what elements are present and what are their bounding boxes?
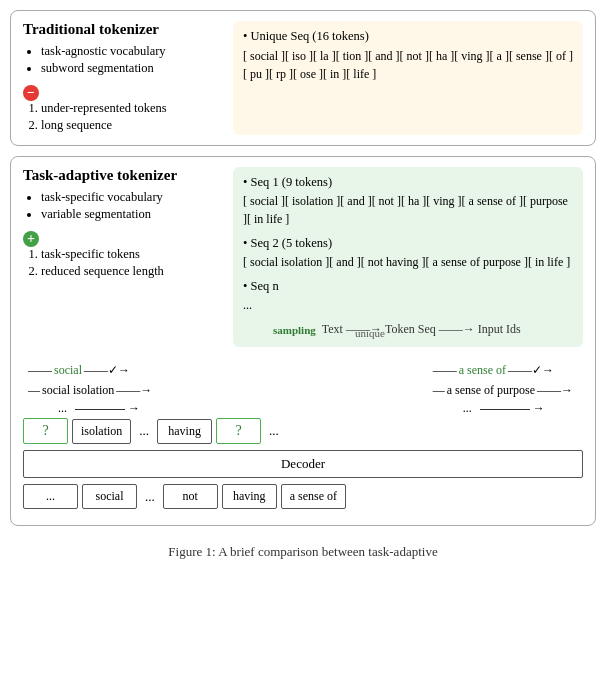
right-arrow-2: — a sense of purpose ——→ (433, 381, 573, 399)
seq1-block: • Seq 1 (9 tokens) [ social ][ isolation… (243, 175, 573, 228)
sampling-label: sampling (273, 324, 316, 336)
dots-1: ... (135, 419, 153, 443)
traditional-problems-header: − (23, 84, 223, 101)
left-green-text: social (54, 363, 82, 378)
plus-icon: + (23, 231, 39, 247)
adaptive-panel: Task-adaptive tokenizer task-specific vo… (10, 156, 596, 526)
main-container: Traditional tokenizer task-agnostic voca… (10, 10, 596, 560)
adaptive-bullet-2: variable segmentation (41, 207, 223, 222)
decoder-box: Decoder (23, 450, 583, 478)
adaptive-benefits: task-specific tokens reduced sequence le… (23, 247, 223, 279)
adaptive-bullets: task-specific vocabulary variable segmen… (23, 190, 223, 222)
output-sense: a sense of (281, 484, 346, 509)
traditional-problem-2: long sequence (41, 118, 223, 133)
traditional-seq-content: [ social ][ iso ][ la ][ tion ][ and ][ … (243, 47, 573, 83)
traditional-seq-title: • Unique Seq (16 tokens) (243, 29, 573, 44)
seqn-title: • Seq n (243, 279, 573, 294)
traditional-bullets: task-agnostic vocabulary subword segment… (23, 44, 223, 76)
flow-end: Input Ids (478, 322, 521, 337)
right-arrow-1: —— a sense of ——✓→ (433, 361, 573, 379)
adaptive-benefit-2: reduced sequence length (41, 264, 223, 279)
seq2-block: • Seq 2 (5 tokens) [ social isolation ][… (243, 236, 573, 271)
traditional-bullet-1: task-agnostic vocabulary (41, 44, 223, 59)
traditional-panel: Traditional tokenizer task-agnostic voca… (10, 10, 596, 146)
left-black-text: social isolation (42, 383, 114, 398)
right-dots: ... → (463, 401, 573, 416)
output-having: having (222, 484, 277, 509)
traditional-right: • Unique Seq (16 tokens) [ social ][ iso… (233, 21, 583, 135)
diagram-arrows: —— social ——✓→ — social isolation ——→ ..… (23, 361, 583, 416)
token-box-q1: ? (23, 418, 68, 444)
left-arrow-2: — social isolation ——→ (28, 381, 152, 399)
output-not: not (163, 484, 218, 509)
adaptive-title: Task-adaptive tokenizer (23, 167, 223, 184)
diagram-section: —— social ——✓→ — social isolation ——→ ..… (23, 357, 583, 509)
adaptive-benefit-1: task-specific tokens (41, 247, 223, 262)
minus-icon: − (23, 85, 39, 101)
traditional-bullet-2: subword segmentation (41, 61, 223, 76)
seqn-content: ... (243, 296, 573, 314)
dots-2: ... (265, 419, 283, 443)
figure-caption: Figure 1: A brief comparison between tas… (10, 544, 596, 560)
output-social: social (82, 484, 137, 509)
left-arrows: —— social ——✓→ — social isolation ——→ ..… (28, 361, 152, 416)
output-dots-1: ... (23, 484, 78, 509)
traditional-left: Traditional tokenizer task-agnostic voca… (23, 21, 223, 135)
traditional-title: Traditional tokenizer (23, 21, 223, 38)
seq2-title: • Seq 2 (5 tokens) (243, 236, 573, 251)
output-row: ... social ... not having a sense of (23, 484, 583, 509)
token-box-q2: ? (216, 418, 261, 444)
left-arrow-1: —— social ——✓→ (28, 361, 152, 379)
flow-arrow2: ——→ (439, 322, 475, 337)
adaptive-benefits-header: + (23, 230, 223, 247)
traditional-problem-1: under-represented tokens (41, 101, 223, 116)
seqn-block: • Seq n ... (243, 279, 573, 314)
token-box-having: having (157, 419, 212, 444)
seq2-content: [ social isolation ][ and ][ not having … (243, 253, 573, 271)
seq1-title: • Seq 1 (9 tokens) (243, 175, 573, 190)
left-dots: ... → (58, 401, 152, 416)
right-arrows: —— a sense of ——✓→ — a sense of purpose … (433, 361, 573, 416)
adaptive-top: Task-adaptive tokenizer task-specific vo… (23, 167, 583, 347)
seq1-content: [ social ][ isolation ][ and ][ not ][ h… (243, 192, 573, 228)
right-green-text: a sense of (459, 363, 506, 378)
caption-text: Figure 1: A brief comparison between tas… (168, 544, 437, 559)
traditional-problems: under-represented tokens long sequence (23, 101, 223, 133)
adaptive-bullet-1: task-specific vocabulary (41, 190, 223, 205)
token-box-isolation: isolation (72, 419, 131, 444)
flow-text: Text (322, 322, 343, 337)
right-black-text: a sense of purpose (447, 383, 535, 398)
adaptive-left: Task-adaptive tokenizer task-specific vo… (23, 167, 223, 347)
output-dots-2: ... (141, 485, 159, 509)
flow-mid: Token Seq (385, 322, 436, 337)
token-row-1: ? isolation ... having ? ... (23, 418, 583, 444)
adaptive-right: • Seq 1 (9 tokens) [ social ][ isolation… (233, 167, 583, 347)
